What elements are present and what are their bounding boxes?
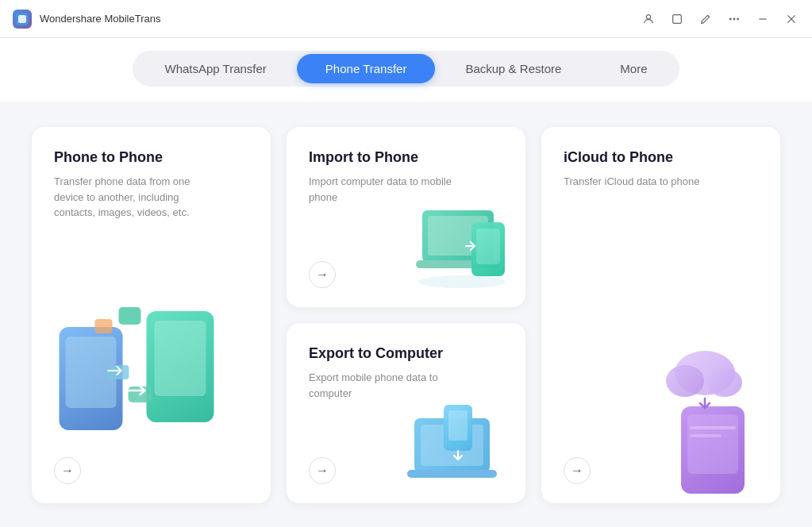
svg-rect-14 [154, 321, 206, 396]
card-phone-to-phone-title: Phone to Phone [54, 149, 248, 166]
card-import-arrow[interactable]: → [309, 261, 336, 288]
title-bar-controls [641, 11, 799, 27]
minimize-button[interactable] [755, 11, 771, 27]
svg-rect-15 [118, 307, 140, 325]
svg-rect-26 [407, 470, 497, 478]
edit-button[interactable] [698, 11, 714, 27]
svg-point-2 [646, 14, 650, 18]
svg-rect-28 [448, 410, 468, 440]
nav-bar: WhatsApp Transfer Phone Transfer Backup … [0, 38, 812, 103]
menu-button[interactable] [726, 11, 742, 27]
svg-rect-23 [476, 229, 500, 264]
svg-rect-35 [690, 426, 736, 429]
svg-point-4 [730, 18, 732, 20]
main-content: Phone to Phone Transfer phone data from … [0, 103, 812, 527]
card-icloud-to-phone[interactable]: iCloud to Phone Transfer iCloud data to … [541, 127, 780, 503]
card-import-to-phone[interactable]: Import to Phone Import computer data to … [287, 127, 525, 307]
card-phone-to-phone[interactable]: Phone to Phone Transfer phone data from … [32, 127, 271, 503]
card-phone-to-phone-arrow[interactable]: → [54, 457, 81, 484]
import-illustration [398, 187, 518, 301]
card-import-title: Import to Phone [309, 149, 503, 166]
card-icloud-title: iCloud to Phone [564, 149, 758, 166]
tab-more[interactable]: More [591, 54, 675, 83]
svg-rect-36 [690, 434, 722, 437]
icloud-illustration [637, 319, 772, 497]
tab-phone[interactable]: Phone Transfer [297, 54, 436, 83]
svg-rect-1 [18, 15, 26, 23]
title-bar: Wondershare MobileTrans [0, 0, 812, 38]
card-export-to-computer[interactable]: Export to Computer Export mobile phone d… [287, 323, 525, 503]
account-button[interactable] [641, 11, 656, 27]
card-icloud-desc: Transfer iCloud data to phone [564, 174, 722, 190]
nav-tabs: WhatsApp Transfer Phone Transfer Backup … [133, 51, 679, 87]
card-phone-to-phone-desc: Transfer phone data from one device to a… [54, 174, 213, 221]
tab-whatsapp[interactable]: WhatsApp Transfer [136, 54, 294, 83]
svg-point-6 [737, 18, 739, 20]
svg-rect-30 [687, 414, 738, 474]
close-button[interactable] [783, 11, 799, 27]
app-icon [13, 10, 32, 29]
cards-grid: Phone to Phone Transfer phone data from … [32, 127, 780, 503]
svg-point-18 [418, 275, 506, 288]
card-export-title: Export to Computer [309, 345, 503, 362]
svg-rect-3 [673, 14, 682, 23]
app-title: Wondershare MobileTrans [40, 13, 160, 25]
title-bar-left: Wondershare MobileTrans [13, 10, 160, 29]
svg-point-5 [733, 18, 735, 20]
card-icloud-arrow[interactable]: → [564, 457, 591, 484]
phone-to-phone-illustration [51, 295, 233, 465]
tab-backup[interactable]: Backup & Restore [437, 54, 590, 83]
window-button[interactable] [669, 11, 685, 27]
svg-rect-16 [94, 319, 112, 333]
card-export-arrow[interactable]: → [309, 457, 336, 484]
export-illustration [394, 390, 518, 497]
